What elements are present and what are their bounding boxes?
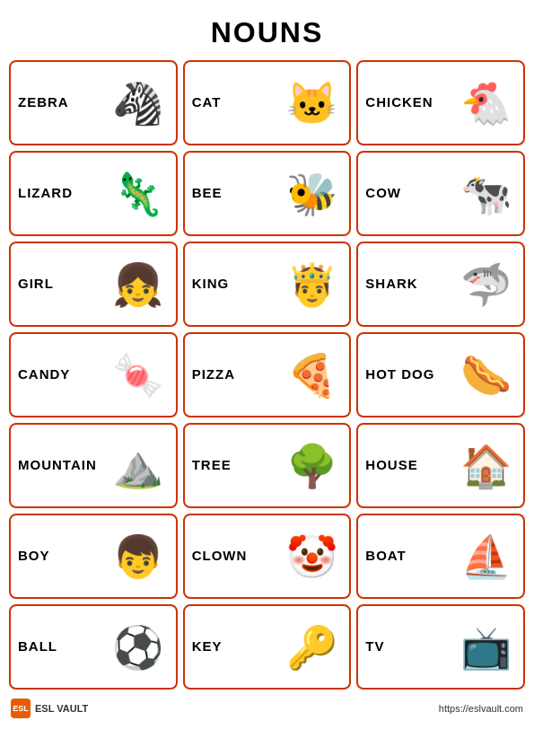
card-image: 🦎 (108, 160, 169, 227)
page-title: NOUNS (211, 16, 324, 49)
card-label: ZEBRA (18, 95, 69, 110)
card-image: 🏠 (455, 432, 516, 499)
card-label: PIZZA (192, 367, 235, 382)
noun-card-house: HOUSE🏠 (356, 423, 525, 508)
card-image: ⛰️ (108, 432, 169, 499)
card-label: COW (365, 186, 401, 201)
noun-card-bee: BEE🐝 (183, 151, 352, 236)
footer-url: https://eslvault.com (439, 703, 523, 714)
card-image: ⛵ (455, 523, 516, 590)
card-image: 🍬 (108, 341, 169, 409)
noun-card-shark: SHARK🦈 (356, 242, 525, 327)
card-label: BOY (18, 549, 50, 564)
noun-card-cow: COW🐄 (356, 151, 525, 236)
card-label: CAT (192, 95, 222, 110)
footer: ESL ESL VAULT https://eslvault.com (9, 699, 525, 718)
card-label: KING (192, 277, 230, 292)
noun-card-mountain: MOUNTAIN⛰️ (9, 423, 178, 508)
card-image: ⚽ (108, 613, 169, 681)
card-image: 🐱 (281, 69, 342, 136)
card-label: BALL (18, 639, 57, 655)
noun-card-chicken: CHICKEN🐔 (356, 60, 525, 145)
card-label: CLOWN (192, 549, 248, 564)
noun-card-tv: TV📺 (356, 604, 525, 690)
card-image: 📺 (455, 613, 516, 681)
card-label: GIRL (18, 277, 54, 292)
brand-logo: ESL ESL VAULT (11, 699, 88, 718)
card-label: LIZARD (18, 186, 73, 201)
noun-card-cat: CAT🐱 (183, 60, 352, 145)
noun-card-boat: BOAT⛵ (356, 514, 525, 599)
card-image: 👧 (108, 251, 169, 318)
card-label: HOUSE (365, 458, 417, 473)
noun-card-king: KING🤴 (183, 242, 352, 327)
card-label: MOUNTAIN (18, 458, 97, 473)
brand-icon: ESL (11, 699, 31, 718)
brand-name: ESL VAULT (35, 703, 88, 714)
card-label: CANDY (18, 367, 70, 382)
card-image: 🤡 (281, 523, 342, 590)
noun-card-pizza: PIZZA🍕 (183, 332, 352, 418)
card-label: HOT DOG (365, 367, 434, 382)
noun-card-boy: BOY👦 (9, 514, 178, 599)
card-label: KEY (192, 639, 223, 655)
card-image: 🦈 (455, 251, 516, 318)
noun-card-zebra: ZEBRA🦓 (9, 60, 178, 145)
card-image: 🌭 (455, 341, 516, 409)
noun-card-clown: CLOWN🤡 (183, 514, 352, 599)
card-image: 🤴 (281, 251, 342, 318)
card-image: 🌳 (281, 432, 342, 499)
card-label: BOAT (365, 549, 406, 564)
noun-card-tree: TREE🌳 (183, 423, 352, 508)
card-image: 🐝 (281, 160, 342, 227)
noun-card-ball: BALL⚽ (9, 604, 178, 690)
nouns-grid: ZEBRA🦓CAT🐱CHICKEN🐔LIZARD🦎BEE🐝COW🐄GIRL👧KI… (9, 60, 525, 690)
card-image: 👦 (108, 523, 169, 590)
noun-card-key: KEY🔑 (183, 604, 352, 690)
card-image: 🦓 (108, 69, 169, 136)
card-image: 🔑 (281, 613, 342, 681)
noun-card-lizard: LIZARD🦎 (9, 151, 178, 236)
noun-card-girl: GIRL👧 (9, 242, 178, 327)
noun-card-hot-dog: HOT DOG🌭 (356, 332, 525, 418)
card-label: BEE (192, 186, 223, 201)
card-label: SHARK (365, 277, 417, 292)
card-label: TREE (192, 458, 232, 473)
card-label: TV (365, 639, 384, 655)
noun-card-candy: CANDY🍬 (9, 332, 178, 418)
card-image: 🐔 (455, 69, 516, 136)
card-label: CHICKEN (365, 95, 433, 110)
card-image: 🐄 (455, 160, 516, 227)
card-image: 🍕 (281, 341, 342, 409)
